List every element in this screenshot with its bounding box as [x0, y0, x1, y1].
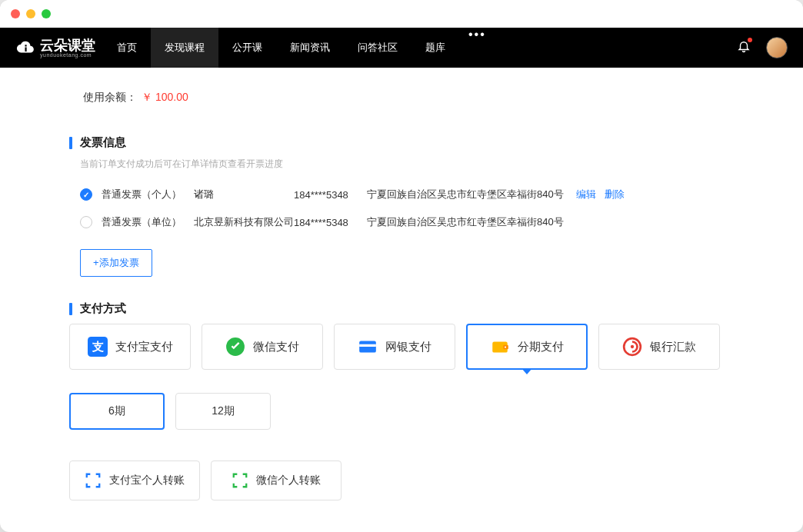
svg-rect-4 [359, 344, 376, 347]
pay-option-wechat[interactable]: 微信支付 [202, 324, 323, 370]
top-nav: 云朵课堂 yunduoketang.com 首页 发现课程 公开课 新闻资讯 问… [0, 28, 803, 68]
transfer-option-wechat[interactable]: 微信个人转账 [211, 461, 342, 500]
pay-option-label: 支付宝支付 [115, 340, 173, 354]
invoice-type: 普通发票（个人） [102, 188, 194, 201]
pay-option-label: 分期支付 [518, 340, 564, 354]
window-titlebar [0, 0, 803, 28]
transfer-option-label: 支付宝个人转账 [109, 474, 185, 487]
alipay-icon: 支 [88, 337, 108, 357]
invoice-radio-company[interactable] [80, 216, 92, 228]
pay-option-label: 银行汇款 [650, 340, 696, 354]
svg-point-7 [505, 346, 506, 347]
installment-option-12[interactable]: 12期 [175, 393, 271, 430]
invoice-name: 诸璐 [194, 188, 294, 201]
balance-value: ￥ 100.00 [142, 91, 188, 105]
maximize-window-icon[interactable] [42, 9, 51, 18]
balance-label: 使用余额： [83, 91, 137, 105]
pay-option-label: 微信支付 [253, 340, 299, 354]
cloud-logo-icon [15, 38, 35, 58]
pay-option-installment[interactable]: 分期支付 [466, 324, 588, 370]
transfer-option-label: 微信个人转账 [256, 474, 321, 487]
invoice-section-title: 发票信息 [69, 135, 734, 150]
pay-option-wire[interactable]: 银行汇款 [598, 324, 720, 370]
payment-section: 支付方式 支 支付宝支付 微信支付 [69, 301, 734, 500]
wallet-icon [490, 337, 510, 357]
invoice-actions: 编辑 删除 [576, 188, 631, 201]
nav-items: 首页 发现课程 公开课 新闻资讯 问答社区 题库 ••• [103, 28, 495, 68]
add-invoice-button[interactable]: +添加发票 [80, 249, 152, 277]
payment-section-title: 支付方式 [69, 301, 734, 316]
nav-right [737, 37, 788, 58]
svg-text:支: 支 [91, 340, 103, 353]
invoice-row: 普通发票（个人） 诸璐 184****5348 宁夏回族自治区吴忠市红寺堡区幸福… [80, 188, 734, 201]
bank-card-icon [358, 337, 378, 357]
scan-icon [232, 472, 248, 489]
nav-home[interactable]: 首页 [103, 28, 151, 68]
notification-dot-icon [748, 38, 752, 42]
minimize-window-icon[interactable] [26, 9, 35, 18]
transfer-option-alipay[interactable]: 支付宝个人转账 [69, 461, 200, 500]
notification-bell[interactable] [737, 39, 751, 56]
logo[interactable]: 云朵课堂 yunduoketang.com [15, 38, 95, 58]
installment-option-6[interactable]: 6期 [69, 393, 165, 430]
logo-subtext: yunduoketang.com [40, 52, 95, 58]
main-content: 使用余额： ￥ 100.00 发票信息 当前订单支付成功后可在订单详情页查看开票… [0, 68, 803, 532]
nav-qa[interactable]: 问答社区 [344, 28, 411, 68]
invoice-phone: 184****5348 [294, 217, 367, 228]
logo-text: 云朵课堂 [40, 38, 95, 52]
personal-transfer-options: 支付宝个人转账 微信个人转账 [69, 461, 734, 500]
nav-news[interactable]: 新闻资讯 [276, 28, 344, 68]
wire-transfer-icon [622, 337, 642, 357]
invoice-name: 北京昱新科技有限公司 [194, 215, 294, 229]
nav-discover-course[interactable]: 发现课程 [151, 28, 218, 68]
invoice-phone: 184****5348 [294, 189, 367, 201]
nav-more-icon[interactable]: ••• [459, 28, 495, 68]
invoice-address: 宁夏回族自治区吴忠市红寺堡区幸福街840号 [367, 215, 564, 229]
invoice-row: 普通发票（单位） 北京昱新科技有限公司 184****5348 宁夏回族自治区吴… [80, 215, 734, 229]
pay-option-label: 网银支付 [385, 340, 431, 354]
nav-question-bank[interactable]: 题库 [411, 28, 459, 68]
nav-open-course[interactable]: 公开课 [218, 28, 276, 68]
invoice-radio-personal[interactable] [80, 188, 92, 201]
close-window-icon[interactable] [11, 9, 20, 18]
installment-options: 6期 12期 [69, 393, 734, 430]
invoice-type: 普通发票（单位） [102, 215, 194, 229]
balance-row: 使用余额： ￥ 100.00 [69, 91, 734, 105]
scan-icon [85, 472, 102, 489]
payment-options: 支 支付宝支付 微信支付 网银支付 [69, 324, 734, 370]
wechat-icon [225, 337, 245, 357]
invoice-address: 宁夏回族自治区吴忠市红寺堡区幸福街840号 [367, 188, 564, 201]
invoice-section: 发票信息 当前订单支付成功后可在订单详情页查看开票进度 普通发票（个人） 诸璐 … [69, 135, 734, 277]
svg-point-9 [631, 345, 634, 348]
invoice-edit-link[interactable]: 编辑 [576, 188, 596, 200]
pay-option-alipay[interactable]: 支 支付宝支付 [69, 324, 191, 370]
invoice-delete-link[interactable]: 删除 [605, 188, 625, 200]
user-avatar[interactable] [766, 37, 788, 58]
app-window: 云朵课堂 yunduoketang.com 首页 发现课程 公开课 新闻资讯 问… [0, 0, 803, 532]
invoice-section-sub: 当前订单支付成功后可在订单详情页查看开票进度 [80, 158, 734, 171]
pay-option-bank[interactable]: 网银支付 [334, 324, 455, 370]
